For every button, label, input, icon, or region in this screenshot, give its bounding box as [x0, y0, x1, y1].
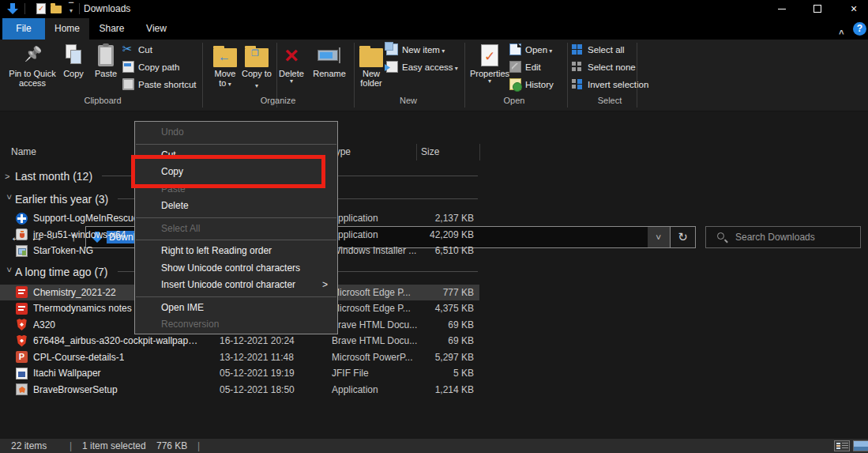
open-button[interactable]: Open: [509, 41, 552, 58]
copy-to-button[interactable]: ❐ Copy to: [242, 42, 272, 94]
ribbon-tab-row: File Home Share View ?: [0, 18, 868, 40]
column-separator[interactable]: [479, 144, 480, 160]
selection-size: 776 KB: [156, 440, 187, 451]
delete-label: Delete: [274, 69, 309, 84]
chevron-down-icon[interactable]: >: [5, 267, 14, 277]
easy-access-button[interactable]: Easy access: [386, 59, 458, 75]
file-size: 5,297 KB: [395, 352, 474, 363]
maximize-button[interactable]: [804, 0, 831, 18]
file-size: 2,137 KB: [395, 213, 474, 224]
status-separator: [197, 440, 200, 451]
context-menu: UndoCutCopyPasteDeleteSelect AllRight to…: [134, 121, 338, 334]
select-all-label: Select all: [588, 45, 625, 55]
file-size: 6,510 KB: [395, 245, 474, 256]
pin-icon: [24, 45, 40, 66]
invert-selection-icon: [572, 78, 584, 90]
rename-button[interactable]: Rename: [310, 42, 348, 94]
history-icon: [509, 78, 521, 90]
paste-shortcut-button[interactable]: Paste shortcut: [122, 76, 197, 92]
ribbon: Pin to Quick access Copy Paste Cut Copy …: [0, 40, 868, 111]
downloads-arrow-icon: [6, 2, 19, 15]
pdf-file-icon: [16, 286, 28, 298]
customize-toolbar-dropdown-icon[interactable]: [66, 4, 76, 13]
tab-file[interactable]: File: [2, 18, 45, 40]
pin-label: Pin to Quick access: [8, 69, 57, 88]
menu-item-delete[interactable]: Delete: [135, 198, 337, 215]
menu-separator: [136, 240, 336, 240]
help-icon[interactable]: ?: [853, 22, 866, 36]
file-size: 4,375 KB: [395, 303, 474, 314]
history-button[interactable]: History: [509, 76, 554, 92]
column-header-size[interactable]: Size: [421, 146, 439, 157]
chevron-down-icon[interactable]: >: [5, 194, 14, 204]
brave-file-icon: [16, 335, 28, 347]
new-item-button[interactable]: New item: [386, 41, 445, 58]
annotation-highlight-rectangle: [131, 155, 325, 188]
file-row[interactable]: Thermodynamics notesMicrosoft Edge P...4…: [0, 300, 868, 317]
move-to-button[interactable]: ← Move to: [210, 42, 240, 94]
properties-button[interactable]: Properties: [468, 42, 512, 94]
menu-item-insert-unicode-control-character[interactable]: Insert Unicode control character>: [135, 277, 337, 294]
copy-path-label: Copy path: [138, 62, 179, 72]
open-label: Open: [525, 45, 552, 55]
thumbnail-view-button[interactable]: [853, 440, 868, 451]
cut-button[interactable]: Cut: [122, 41, 152, 58]
minimize-button[interactable]: [768, 0, 795, 18]
menu-item-right-to-left-reading-order[interactable]: Right to left Reading order: [135, 243, 337, 260]
copy-path-button[interactable]: Copy path: [122, 59, 179, 75]
select-all-button[interactable]: Select all: [572, 41, 625, 58]
file-row[interactable]: BraveBrowserSetup05-12-2021 18:50Applica…: [0, 382, 868, 398]
details-view-button[interactable]: [834, 440, 850, 451]
file-row[interactable]: 676484_airbus-a320-cockpit-wallpapers_gt…: [0, 333, 868, 349]
file-explorer-window: Downloads × File Home Share View ? Pin t…: [0, 0, 868, 453]
file-size: 69 KB: [395, 335, 474, 346]
status-separator: [70, 440, 72, 451]
file-row[interactable]: CPL-Course-details-113-12-2021 11:48Micr…: [0, 349, 868, 366]
ppt-file-icon: [16, 351, 28, 363]
pin-to-quick-access-button[interactable]: Pin to Quick access: [8, 42, 57, 94]
column-header-name[interactable]: Name: [11, 146, 36, 157]
clipboard-group-label: Clipboard: [47, 96, 158, 105]
installer-file-icon: [16, 245, 28, 257]
file-type: Application: [332, 213, 378, 224]
status-bar: 22 items 1 item selected 776 KB: [0, 439, 868, 453]
file-row[interactable]: StarToken-NGWindows Installer ...6,510 K…: [0, 243, 868, 259]
file-row[interactable]: A320Brave HTML Docu...69 KB: [0, 317, 868, 334]
delete-button[interactable]: × Delete: [274, 42, 309, 94]
easy-access-icon: [386, 61, 398, 73]
select-group-label: Select: [554, 96, 665, 105]
file-list: >Last month (12)>Earlier this year (3)Su…: [0, 164, 868, 398]
paste-shortcut-label: Paste shortcut: [138, 80, 197, 89]
tab-view[interactable]: View: [134, 18, 178, 40]
new-item-label: New item: [402, 45, 445, 55]
minimize-icon: [778, 9, 786, 9]
new-folder-button[interactable]: New folder: [354, 42, 389, 94]
close-button[interactable]: ×: [840, 0, 867, 18]
file-row[interactable]: Itachi Wallpaper05-12-2021 19:19JFIF Fil…: [0, 365, 868, 382]
delete-icon: ×: [284, 43, 299, 67]
copy-button[interactable]: Copy: [58, 42, 88, 94]
cut-icon: [122, 43, 134, 55]
bravesetup-file-icon: [16, 383, 28, 395]
tab-share[interactable]: Share: [89, 18, 134, 40]
column-header-row: NameDate modifiedTypeSize: [0, 142, 868, 163]
file-size: 69 KB: [395, 319, 474, 330]
file-size: 42,209 KB: [395, 229, 474, 240]
pdf-file-icon: [16, 303, 28, 315]
chevron-right-icon[interactable]: >: [5, 172, 14, 181]
menu-item-undo: Undo: [135, 124, 337, 142]
properties-check-icon[interactable]: [36, 3, 46, 14]
logmein-file-icon: [16, 213, 28, 225]
select-none-button[interactable]: Select none: [572, 59, 636, 75]
collapse-ribbon-icon[interactable]: [835, 24, 847, 35]
menu-item-show-unicode-control-characters[interactable]: Show Unicode control characters: [135, 260, 337, 277]
file-row[interactable]: jre-8u51-windows-x64Application42,209 KB: [0, 227, 868, 243]
edit-button[interactable]: Edit: [509, 59, 541, 75]
file-row[interactable]: Support-LogMeInRescueApplication2,137 KB: [0, 210, 868, 227]
tab-home[interactable]: Home: [45, 18, 89, 40]
new-folder-quick-icon[interactable]: [51, 6, 62, 13]
menu-item-open-ime[interactable]: Open IME: [135, 300, 337, 317]
file-type: Application: [332, 384, 378, 395]
column-separator[interactable]: [416, 144, 417, 160]
paste-button[interactable]: Paste: [90, 42, 122, 94]
